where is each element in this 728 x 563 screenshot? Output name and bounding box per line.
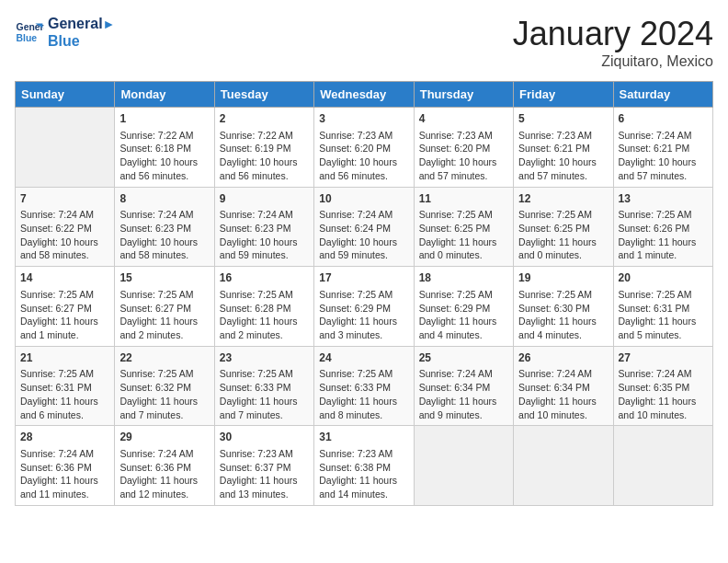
calendar-cell: 8Sunrise: 7:24 AM Sunset: 6:23 PM Daylig… xyxy=(115,187,214,267)
week-row-5: 28Sunrise: 7:24 AM Sunset: 6:36 PM Dayli… xyxy=(16,426,713,506)
calendar-cell: 22Sunrise: 7:25 AM Sunset: 6:32 PM Dayli… xyxy=(115,346,214,426)
day-info: Sunrise: 7:25 AM Sunset: 6:32 PM Dayligh… xyxy=(119,367,209,421)
day-number: 31 xyxy=(319,430,408,445)
day-number: 30 xyxy=(220,430,309,445)
calendar-cell: 27Sunrise: 7:24 AM Sunset: 6:35 PM Dayli… xyxy=(613,346,712,426)
calendar-cell: 10Sunrise: 7:24 AM Sunset: 6:24 PM Dayli… xyxy=(314,187,414,267)
svg-text:Blue: Blue xyxy=(17,33,38,43)
calendar-cell: 24Sunrise: 7:25 AM Sunset: 6:33 PM Dayli… xyxy=(314,346,414,426)
calendar-cell: 14Sunrise: 7:25 AM Sunset: 6:27 PM Dayli… xyxy=(16,267,115,347)
calendar-cell: 6Sunrise: 7:24 AM Sunset: 6:21 PM Daylig… xyxy=(613,108,712,188)
header-day-monday: Monday xyxy=(115,82,214,108)
logo-line2: Blue xyxy=(48,32,115,50)
calendar-header-row: SundayMondayTuesdayWednesdayThursdayFrid… xyxy=(16,82,713,108)
day-number: 28 xyxy=(20,430,109,445)
title-area: January 2024 Ziquitaro, Mexico xyxy=(513,15,713,70)
day-info: Sunrise: 7:25 AM Sunset: 6:27 PM Dayligh… xyxy=(119,288,209,342)
day-info: Sunrise: 7:24 AM Sunset: 6:23 PM Dayligh… xyxy=(220,208,309,262)
calendar-cell: 26Sunrise: 7:24 AM Sunset: 6:34 PM Dayli… xyxy=(514,346,613,426)
calendar-cell: 4Sunrise: 7:23 AM Sunset: 6:20 PM Daylig… xyxy=(414,108,513,188)
day-info: Sunrise: 7:24 AM Sunset: 6:21 PM Dayligh… xyxy=(619,129,708,183)
calendar-cell: 2Sunrise: 7:22 AM Sunset: 6:19 PM Daylig… xyxy=(214,108,313,188)
day-info: Sunrise: 7:25 AM Sunset: 6:28 PM Dayligh… xyxy=(220,288,309,342)
day-number: 4 xyxy=(419,111,508,127)
week-row-3: 14Sunrise: 7:25 AM Sunset: 6:27 PM Dayli… xyxy=(16,267,713,347)
day-info: Sunrise: 7:25 AM Sunset: 6:25 PM Dayligh… xyxy=(419,208,508,262)
day-number: 26 xyxy=(518,350,608,366)
day-info: Sunrise: 7:24 AM Sunset: 6:35 PM Dayligh… xyxy=(619,367,708,421)
day-info: Sunrise: 7:25 AM Sunset: 6:25 PM Dayligh… xyxy=(518,208,608,262)
calendar-cell: 30Sunrise: 7:23 AM Sunset: 6:37 PM Dayli… xyxy=(214,426,313,506)
day-info: Sunrise: 7:24 AM Sunset: 6:22 PM Dayligh… xyxy=(20,208,109,262)
day-info: Sunrise: 7:23 AM Sunset: 6:21 PM Dayligh… xyxy=(518,129,608,183)
calendar-cell: 20Sunrise: 7:25 AM Sunset: 6:31 PM Dayli… xyxy=(613,267,712,347)
calendar-cell: 15Sunrise: 7:25 AM Sunset: 6:27 PM Dayli… xyxy=(115,267,214,347)
day-info: Sunrise: 7:25 AM Sunset: 6:31 PM Dayligh… xyxy=(619,288,708,342)
calendar-cell: 9Sunrise: 7:24 AM Sunset: 6:23 PM Daylig… xyxy=(214,187,313,267)
week-row-4: 21Sunrise: 7:25 AM Sunset: 6:31 PM Dayli… xyxy=(16,346,713,426)
day-info: Sunrise: 7:24 AM Sunset: 6:23 PM Dayligh… xyxy=(119,208,209,262)
day-number: 2 xyxy=(220,111,309,127)
day-info: Sunrise: 7:23 AM Sunset: 6:37 PM Dayligh… xyxy=(220,447,309,501)
header-day-saturday: Saturday xyxy=(613,82,712,108)
day-info: Sunrise: 7:23 AM Sunset: 6:38 PM Dayligh… xyxy=(319,447,408,501)
calendar-cell xyxy=(613,426,712,506)
day-info: Sunrise: 7:25 AM Sunset: 6:26 PM Dayligh… xyxy=(619,208,708,262)
calendar-cell: 11Sunrise: 7:25 AM Sunset: 6:25 PM Dayli… xyxy=(414,187,513,267)
day-info: Sunrise: 7:25 AM Sunset: 6:29 PM Dayligh… xyxy=(319,288,408,342)
day-info: Sunrise: 7:24 AM Sunset: 6:36 PM Dayligh… xyxy=(119,447,209,501)
calendar-cell: 3Sunrise: 7:23 AM Sunset: 6:20 PM Daylig… xyxy=(314,108,414,188)
day-number: 25 xyxy=(419,350,508,366)
day-number: 13 xyxy=(619,191,708,207)
header-day-thursday: Thursday xyxy=(414,82,513,108)
day-info: Sunrise: 7:25 AM Sunset: 6:31 PM Dayligh… xyxy=(20,367,109,421)
calendar-cell: 17Sunrise: 7:25 AM Sunset: 6:29 PM Dayli… xyxy=(314,267,414,347)
day-number: 12 xyxy=(518,191,608,207)
day-number: 20 xyxy=(619,270,708,286)
day-info: Sunrise: 7:24 AM Sunset: 6:34 PM Dayligh… xyxy=(518,367,608,421)
header-day-wednesday: Wednesday xyxy=(314,82,414,108)
day-number: 21 xyxy=(20,350,109,366)
day-number: 15 xyxy=(119,270,209,286)
day-number: 5 xyxy=(518,111,608,127)
calendar-cell xyxy=(414,426,513,506)
header: General Blue General► Blue January 2024 … xyxy=(15,15,713,70)
day-info: Sunrise: 7:25 AM Sunset: 6:30 PM Dayligh… xyxy=(518,288,608,342)
day-number: 10 xyxy=(319,191,408,207)
day-number: 22 xyxy=(119,350,209,366)
day-info: Sunrise: 7:24 AM Sunset: 6:24 PM Dayligh… xyxy=(319,208,408,262)
day-info: Sunrise: 7:25 AM Sunset: 6:29 PM Dayligh… xyxy=(419,288,508,342)
month-title: January 2024 xyxy=(513,15,713,53)
calendar-cell: 31Sunrise: 7:23 AM Sunset: 6:38 PM Dayli… xyxy=(314,426,414,506)
calendar-cell xyxy=(514,426,613,506)
logo-line1: General► xyxy=(48,15,115,32)
day-number: 17 xyxy=(319,270,408,286)
week-row-2: 7Sunrise: 7:24 AM Sunset: 6:22 PM Daylig… xyxy=(16,187,713,267)
day-info: Sunrise: 7:24 AM Sunset: 6:36 PM Dayligh… xyxy=(20,447,109,501)
day-info: Sunrise: 7:22 AM Sunset: 6:19 PM Dayligh… xyxy=(220,129,309,183)
day-number: 1 xyxy=(119,111,209,127)
calendar-cell: 5Sunrise: 7:23 AM Sunset: 6:21 PM Daylig… xyxy=(514,108,613,188)
day-number: 3 xyxy=(319,111,408,127)
day-number: 24 xyxy=(319,350,408,366)
day-info: Sunrise: 7:25 AM Sunset: 6:33 PM Dayligh… xyxy=(319,367,408,421)
day-number: 16 xyxy=(220,270,309,286)
day-info: Sunrise: 7:23 AM Sunset: 6:20 PM Dayligh… xyxy=(419,129,508,183)
calendar-cell: 16Sunrise: 7:25 AM Sunset: 6:28 PM Dayli… xyxy=(214,267,313,347)
week-row-1: 1Sunrise: 7:22 AM Sunset: 6:18 PM Daylig… xyxy=(16,108,713,188)
day-number: 14 xyxy=(20,270,109,286)
calendar-cell xyxy=(16,108,115,188)
calendar-cell: 23Sunrise: 7:25 AM Sunset: 6:33 PM Dayli… xyxy=(214,346,313,426)
calendar-cell: 21Sunrise: 7:25 AM Sunset: 6:31 PM Dayli… xyxy=(16,346,115,426)
calendar-table: SundayMondayTuesdayWednesdayThursdayFrid… xyxy=(15,81,713,506)
day-number: 18 xyxy=(419,270,508,286)
logo: General Blue General► Blue xyxy=(15,15,115,50)
day-number: 8 xyxy=(119,191,209,207)
calendar-cell: 18Sunrise: 7:25 AM Sunset: 6:29 PM Dayli… xyxy=(414,267,513,347)
header-day-tuesday: Tuesday xyxy=(214,82,313,108)
location: Ziquitaro, Mexico xyxy=(513,53,713,70)
calendar-cell: 19Sunrise: 7:25 AM Sunset: 6:30 PM Dayli… xyxy=(514,267,613,347)
day-number: 6 xyxy=(619,111,708,127)
day-info: Sunrise: 7:22 AM Sunset: 6:18 PM Dayligh… xyxy=(119,129,209,183)
calendar-cell: 28Sunrise: 7:24 AM Sunset: 6:36 PM Dayli… xyxy=(16,426,115,506)
